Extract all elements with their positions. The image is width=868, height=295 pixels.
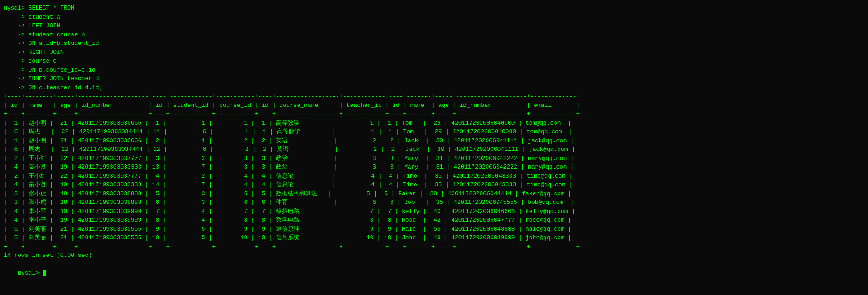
query-line-2: -> student a <box>4 13 864 22</box>
terminal: mysql> SELECT * FROM -> student a -> LEF… <box>4 4 864 286</box>
query-line-9: -> INNER JOIN teacher d <box>4 74 864 83</box>
table-header: | id | name | age | id_number | id | stu… <box>4 101 864 110</box>
query-block: mysql> SELECT * FROM -> student a -> LEF… <box>4 4 864 92</box>
query-line-1: mysql> SELECT * FROM <box>4 4 864 13</box>
table-bottom-border: +----+--------+-----+-------------------… <box>4 242 864 251</box>
table-row: | 3 | 张小虎 | 18 | 420117199303038888 | 5 … <box>4 189 864 198</box>
cursor <box>43 270 46 276</box>
table-header-border: +----+--------+-----+-------------------… <box>4 110 864 119</box>
table-row: | 1 | 赵小明 | 21 | 420117199303036666 | 2 … <box>4 136 864 145</box>
table-row: | 6 | 周杰 | 22 | 420117199303034444 | 12 … <box>4 145 864 154</box>
table-row: | 4 | 李小平 | 19 | 420117199303039999 | 7 … <box>4 207 864 216</box>
final-prompt-line: mysql> <box>4 260 864 287</box>
table-row: | 5 | 刘美丽 | 21 | 420117199303035555 | 10… <box>4 233 864 242</box>
query-line-5: -> ON a.id=b.student_id <box>4 39 864 48</box>
result-summary: 14 rows in set (0.00 sec) <box>4 251 864 260</box>
query-line-6: -> RIGHT JOIN <box>4 48 864 57</box>
table-row: | 2 | 王小红 | 22 | 420117199303037777 | 4 … <box>4 172 864 181</box>
table-top-border: +----+--------+-----+-------------------… <box>4 92 864 101</box>
table-row: | 4 | 秦小贤 | 19 | 420117199303033333 | 14… <box>4 180 864 189</box>
table-row: | 4 | 李小平 | 19 | 420117199303039999 | 8 … <box>4 216 864 225</box>
query-line-3: -> LEFT JOIN <box>4 21 864 30</box>
query-line-8: -> ON b.course_id=c.id <box>4 66 864 75</box>
table-row: | 4 | 秦小贤 | 19 | 420117199303033333 | 13… <box>4 163 864 172</box>
table-row: | 3 | 张小虎 | 18 | 420117199303038888 | 6 … <box>4 198 864 207</box>
result-table: +----+--------+-----+-------------------… <box>4 92 864 251</box>
final-prompt-text: mysql> <box>18 270 43 276</box>
query-line-7: -> course c <box>4 57 864 66</box>
table-row: | 6 | 周杰 | 22 | 420117199303034444 | 11 … <box>4 127 864 136</box>
query-line-10: -> ON c.teacher_id=d.id; <box>4 83 864 92</box>
table-row: | 1 | 赵小明 | 21 | 420117199303036666 | 1 … <box>4 119 864 128</box>
table-row: | 2 | 王小红 | 22 | 420117199303037777 | 3 … <box>4 154 864 163</box>
table-row: | 5 | 刘美丽 | 21 | 420117199303035555 | 9 … <box>4 225 864 234</box>
query-line-4: -> student_course b <box>4 30 864 39</box>
